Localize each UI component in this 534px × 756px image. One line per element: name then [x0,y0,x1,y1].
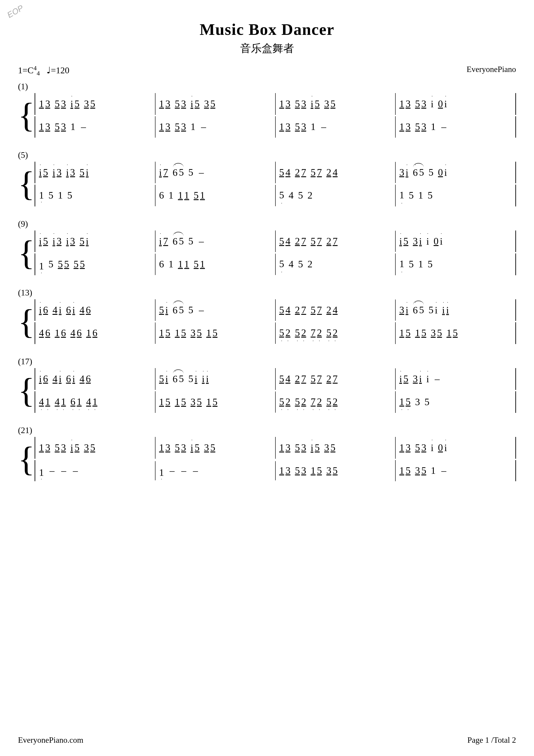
meas-13-1: ·i 6 4 ·i 6 ·i 4 6 [35,299,155,321]
staff-system-17: { ·i 6 4 ·i 6 ·i 4 6 [18,368,516,413]
meas-b1-1: 1 3 5 3 1 – [35,116,155,138]
meas-9-1: ·i 5 ·i 3 ·i 3 5 ·i [35,230,155,252]
meas-b21-2: 1· – – – [155,461,276,480]
page: EOP Music Box Dancer 音乐盒舞者 1=C44 ♩=120 E… [0,0,534,756]
meas-21-2: 1 3 5 3 ·i 5 3 5 [155,437,276,459]
bot-row-21: 1· – – – 1· – – [35,460,516,481]
meas-13-2: 5 ·i ·6 5 5 – [155,299,276,321]
meas-21-1: 1 3 5 3 ·i 5 3 5 [35,437,155,459]
meas-b9-2: 6 1 1 1 5 1 [155,254,276,275]
staff-system-5: { ·i 5 ·i 3 ·i 3 5 [18,162,516,206]
staff-lines-1: 1 3 5 3 ·i 5 3 5 1 3 [35,93,516,137]
meas-b5-4: 1· 5 1 5 [395,185,515,206]
meas-17-3: 5 4 2 7 5 7 2 7 [276,368,396,390]
meas-5-4: 3 ·i ·6 5 5 0 ·i [395,162,515,183]
meas-b1-3: 1 3 5 3 1 – [276,116,396,138]
meas-b9-1: 1· 5 5 5 5 5 [35,254,155,275]
section-9: (9) { ·i 5 ·i 3 ·i 3 5 ·i [18,219,516,275]
meas-b21-4: 1 5 3 5 1 – [395,460,515,481]
page-subtitle: 音乐盒舞者 [18,41,516,56]
top-row-9: ·i 5 ·i 3 ·i 3 5 ·i ·i 7 [35,230,516,252]
meas-1-1: 1 3 5 3 ·i 5 3 5 [35,93,155,115]
meas-b13-3: 5· 2· 5· 2· 7· 2· 5· 2· [276,322,396,344]
meas-b13-4: 1 5 1 5 3 5 1 5 [395,322,515,344]
staff-lines-9: ·i 5 ·i 3 ·i 3 5 ·i ·i 7 [35,230,516,275]
source-label: EveryonePiano [467,65,516,74]
meas-17-4: ·i 5 3 ·i ·i – [395,368,515,390]
staff-lines-17: ·i 6 4 ·i 6 ·i 4 6 5 ·i [35,368,516,413]
bot-row-5: 1· 5 1 5 6 1 1 1 [35,185,516,206]
section-label-5: (5) [18,150,516,160]
brace-9: { [18,230,35,275]
meas-21-4: 1 3 5 3 ·i 0 ·i [395,437,515,459]
bot-row-13: 4 6 1 6 4 6 1 6 1 5 [35,322,516,344]
meas-17-1: ·i 6 4 ·i 6 ·i 4 6 [35,368,155,390]
brace-21: { [18,437,35,481]
meas-b9-3: 5· 4 5 2 [276,254,396,275]
meas-b21-3: 1 3 5 3 1 5 3 5 [276,460,396,481]
top-row-1: 1 3 5 3 ·i 5 3 5 1 3 [35,93,516,115]
section-21: (21) { 1 3 5 3 ·i 5 3 5 [18,425,516,481]
staff-lines-5: ·i 5 ·i 3 ·i 3 5 ·i ·i [35,162,516,206]
top-row-5: ·i 5 ·i 3 ·i 3 5 ·i ·i [35,162,516,183]
meas-b17-3: 5· 2· 5· 2· 7· 2· 5· 2· [276,391,396,413]
meas-b5-1: 1· 5 1 5 [35,185,155,206]
key-tempo: 1=C44 ♩=120 [18,65,69,77]
section-label-9: (9) [18,219,516,229]
meta-row: 1=C44 ♩=120 EveryonePiano [18,65,516,77]
bot-row-9: 1· 5 5 5 5 5 6 1 [35,254,516,275]
staff-system-1: { 1 3 5 3 ·i 5 3 5 [18,93,516,137]
meas-9-4: ·i 5 3 ·i ·i 0 ·i [395,230,515,252]
brace-5: { [18,162,35,206]
section-5: (5) { ·i 5 ·i 3 ·i 3 [18,150,516,206]
meas-b21-1: 1· – – – [35,461,155,480]
brace-1: { [18,93,35,137]
meas-17-2: 5 ·i ·6 5 5 ·i ·i ·i [155,368,276,390]
meas-5-3: 5 4 2 7 5 7 2 4 [276,162,396,183]
footer-left: EveryonePiano.com [18,735,83,745]
bot-row-17: 4· 1· 4· 1· 6· 1· 4· 1· 1 5 [35,391,516,413]
meas-9-2: ·i 7 ·6 5 5 – [155,230,276,252]
section-label-1: (1) [18,81,516,91]
meas-b1-4: 1 3 5 3 1 – [395,116,515,138]
meas-13-4: 3 ·i ·6 5 5 ·i ·i ·i [395,299,515,321]
section-label-13: (13) [18,287,516,298]
meas-5-2: ·i 7 ·6 5 5 – [155,162,276,183]
staff-system-13: { ·i 6 4 ·i 6 ·i 4 6 [18,299,516,344]
top-row-13: ·i 6 4 ·i 6 ·i 4 6 5 ·i [35,299,516,321]
meas-b17-4: 1· 5· 3 5 [395,391,515,413]
meas-b17-1: 4· 1· 4· 1· 6· 1· 4· 1· [35,391,155,413]
page-title: Music Box Dancer [18,20,516,39]
meas-21-3: 1 3 5 3 ·i 5 3 5 [276,437,396,459]
meas-1-4: 1 3 5 3 ·i 0 ·i [395,93,515,115]
meas-1-3: 1 3 5 3 ·i 5 3 5 [276,93,396,115]
meas-b17-2: 1 5 1 5 3 5 1 5 [155,392,276,413]
section-label-21: (21) [18,425,516,435]
meas-b5-2: 6 1 1 1 5 1 [155,185,276,206]
staff-system-9: { ·i 5 ·i 3 ·i 3 5 ·i [18,230,516,275]
top-row-21: 1 3 5 3 ·i 5 3 5 1 3 [35,437,516,459]
meas-b13-1: 4 6 1 6 4 6 1 6 [35,322,155,344]
section-13: (13) { ·i 6 4 ·i 6 ·i 4 6 [18,287,516,344]
meas-b1-2: 1 3 5 3 1 – [155,116,276,138]
staff-system-21: { 1 3 5 3 ·i 5 3 5 [18,437,516,481]
staff-lines-21: 1 3 5 3 ·i 5 3 5 1 3 [35,437,516,481]
section-17: (17) { ·i 6 4 ·i 6 ·i 4 6 [18,356,516,413]
meas-13-3: 5 4 2 7 5 7 2 4 [276,300,396,321]
meas-1-2: 1 3 5 3 ·i 5 3 5 [155,93,276,115]
footer-right: Page 1 /Total 2 [468,735,516,745]
meas-b9-4: 1· 5 1 5 [395,254,515,275]
section-label-17: (17) [18,356,516,366]
section-1: (1) { 1 3 5 3 ·i 5 [18,81,516,137]
brace-13: { [18,299,35,344]
footer: EveryonePiano.com Page 1 /Total 2 [18,735,516,745]
brace-17: { [18,368,35,413]
top-row-17: ·i 6 4 ·i 6 ·i 4 6 5 ·i [35,368,516,390]
meas-b5-3: 5· 4 5 2 [276,185,396,206]
meas-5-1: ·i 5 ·i 3 ·i 3 5 ·i [35,162,155,183]
header: Music Box Dancer 音乐盒舞者 [18,14,516,56]
meas-b13-2: 1 5 1 5 3 5 1 5 [155,322,276,344]
meas-9-3: 5 4 2 7 5 7 2 7 [276,231,396,252]
staff-lines-13: ·i 6 4 ·i 6 ·i 4 6 5 ·i [35,299,516,344]
bot-row-1: 1 3 5 3 1 – 1 3 5 [35,116,516,138]
